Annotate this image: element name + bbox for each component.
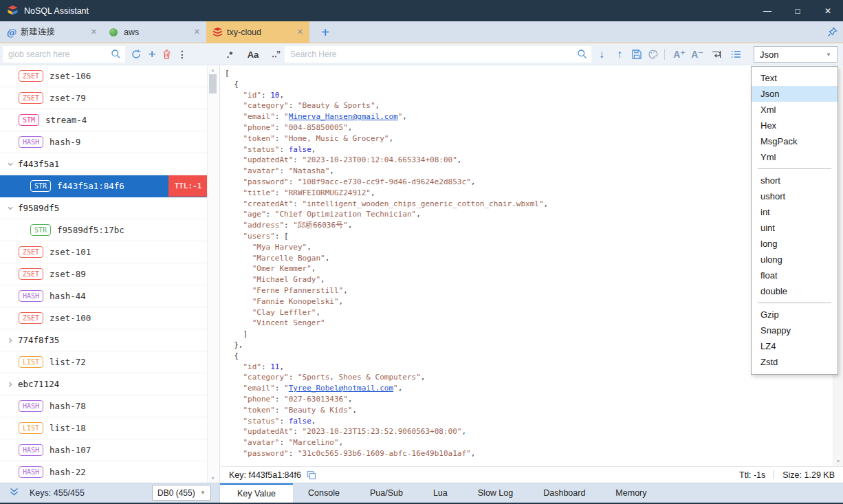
connection-tab-新建连接[interactable]: @新建连接✕ xyxy=(0,21,103,43)
close-tab-icon[interactable]: ✕ xyxy=(194,28,200,36)
format-option-short[interactable]: short xyxy=(752,173,837,188)
sidebar-key-zset-79[interactable]: ZSETzset-79 xyxy=(0,87,208,109)
sidebar-key-zset-106[interactable]: ZSETzset-106 xyxy=(0,65,208,87)
sidebar-key-list-18[interactable]: LISTlist-18 xyxy=(0,417,208,439)
sidebar-key-zset-100[interactable]: ZSETzset-100 xyxy=(0,307,208,329)
json-line: "Clay Leffler", xyxy=(225,307,833,318)
format-option-int[interactable]: int xyxy=(752,204,837,220)
word-wrap-icon[interactable] xyxy=(708,46,725,63)
sidebar-scrollbar[interactable]: ▲ ▼ xyxy=(207,65,218,483)
view-tab-pua-sub[interactable]: Pua/Sub xyxy=(355,483,418,503)
chevron-right-icon[interactable] xyxy=(7,381,18,388)
email-link[interactable]: Tyree_Robel@hotmail.com xyxy=(289,384,393,393)
scroll-down-icon[interactable]: ▼ xyxy=(833,459,843,463)
minimize-icon[interactable]: — xyxy=(752,0,782,21)
email-link[interactable]: Minerva_Hansen@gmail.com xyxy=(289,112,398,121)
view-tab-lua[interactable]: Lua xyxy=(418,483,463,503)
format-option-long[interactable]: long xyxy=(752,236,837,252)
db-select[interactable]: DB0 (455) ▼ xyxy=(152,485,211,501)
scroll-down-icon[interactable]: ▼ xyxy=(208,476,218,481)
json-viewer[interactable]: [ { "id": 10, "category": "Beauty & Spor… xyxy=(221,65,833,466)
sidebar-key-hash-22[interactable]: HASHhash-22 xyxy=(0,461,208,483)
sidebar-group-f443f5a1[interactable]: f443f5a1 xyxy=(0,153,208,175)
json-line: "status": false, xyxy=(225,416,833,427)
connection-tab-txy-cloud[interactable]: txy-cloud✕ xyxy=(206,21,309,43)
sidebar-key-hash-44[interactable]: HASHhash-44 xyxy=(0,285,208,307)
view-tab-console[interactable]: Console xyxy=(293,483,355,503)
close-tab-icon[interactable]: ✕ xyxy=(297,28,303,36)
redis-icon xyxy=(212,28,225,37)
view-tab-key-value[interactable]: Key Value xyxy=(220,483,293,503)
type-badge: HASH xyxy=(19,400,43,412)
type-badge: ZSET xyxy=(19,92,43,104)
chevron-right-icon[interactable] xyxy=(7,337,18,344)
whole-word-icon[interactable]: ‥” xyxy=(267,46,284,63)
format-option-yml[interactable]: Yml xyxy=(752,149,837,165)
scroll-up-icon[interactable]: ▲ xyxy=(208,67,218,72)
format-option-uint[interactable]: uint xyxy=(752,220,837,236)
key-search-input[interactable] xyxy=(3,46,125,63)
sidebar-key-f9589df5:17bc[interactable]: STRf9589df5:17bc xyxy=(0,219,208,241)
format-option-zstd[interactable]: Zstd xyxy=(752,354,837,370)
format-option-ushort[interactable]: ushort xyxy=(752,188,837,204)
close-tab-icon[interactable]: ✕ xyxy=(91,28,97,36)
sidebar-key-zset-89[interactable]: ZSETzset-89 xyxy=(0,263,208,285)
close-icon[interactable]: ✕ xyxy=(813,0,843,21)
view-tab-memory[interactable]: Memory xyxy=(600,483,661,503)
format-option-snappy[interactable]: Snappy xyxy=(752,322,837,338)
copy-icon[interactable] xyxy=(307,470,316,480)
pin-icon[interactable] xyxy=(827,27,837,40)
scrollbar-thumb[interactable] xyxy=(209,74,217,94)
format-option-msgpack[interactable]: MsgPack xyxy=(752,133,837,149)
json-line: "avatar": "Marcelino", xyxy=(225,437,833,448)
json-line: [ xyxy=(225,68,833,79)
save-icon[interactable] xyxy=(628,46,645,63)
refresh-icon[interactable] xyxy=(128,46,144,63)
connection-tab-label: 新建连接 xyxy=(21,26,55,38)
key-label: f443f5a1:84f6 xyxy=(57,181,124,191)
theme-palette-icon[interactable] xyxy=(645,46,661,63)
sidebar-key-stream-4[interactable]: STMstream-4 xyxy=(0,109,208,131)
new-tab-button[interactable]: + xyxy=(309,21,341,43)
match-case-icon[interactable]: Aa xyxy=(245,46,261,63)
key-list: ZSETzset-106ZSETzset-79STMstream-4HASHha… xyxy=(0,65,208,483)
search-icon[interactable] xyxy=(577,49,587,62)
search-icon[interactable] xyxy=(111,49,121,62)
format-option-text[interactable]: Text xyxy=(752,70,837,86)
format-option-float[interactable]: float xyxy=(752,267,837,283)
sidebar-group-ebc71124[interactable]: ebc71124 xyxy=(0,373,208,395)
collapse-all-icon[interactable] xyxy=(8,486,20,500)
sidebar-key-list-72[interactable]: LISTlist-72 xyxy=(0,351,208,373)
connection-tab-aws[interactable]: aws✕ xyxy=(103,21,206,43)
chevron-down-icon[interactable] xyxy=(7,205,18,212)
font-decrease-icon[interactable]: A⁻ xyxy=(689,46,705,63)
format-option-hex[interactable]: Hex xyxy=(752,118,837,133)
view-tab-slow-log[interactable]: Slow Log xyxy=(463,483,528,503)
format-option-xml[interactable]: Xml xyxy=(752,102,837,118)
value-search-input[interactable] xyxy=(285,46,591,63)
sidebar-key-zset-101[interactable]: ZSETzset-101 xyxy=(0,241,208,263)
format-select[interactable]: Json ▼ xyxy=(754,46,837,63)
sidebar-group-f9589df5[interactable]: f9589df5 xyxy=(0,197,208,219)
sidebar-key-hash-107[interactable]: HASHhash-107 xyxy=(0,439,208,461)
format-option-double[interactable]: double xyxy=(752,283,837,299)
delete-key-icon[interactable] xyxy=(158,46,175,63)
outline-list-icon[interactable] xyxy=(727,46,744,63)
format-option-json[interactable]: Json xyxy=(752,86,837,102)
font-increase-icon[interactable]: A⁺ xyxy=(671,46,688,63)
regex-toggle-icon[interactable]: .* xyxy=(221,46,238,63)
chevron-down-icon[interactable] xyxy=(7,161,18,168)
sidebar-key-hash-78[interactable]: HASHhash-78 xyxy=(0,395,208,417)
find-next-icon[interactable]: ↓ xyxy=(593,46,610,63)
format-option-lz4[interactable]: LZ4 xyxy=(752,338,837,354)
format-option-ulong[interactable]: ulong xyxy=(752,252,837,267)
sidebar-key-hash-9[interactable]: HASHhash-9 xyxy=(0,131,208,153)
find-previous-icon[interactable]: ↑ xyxy=(611,46,628,63)
format-option-gzip[interactable]: Gzip xyxy=(752,307,837,322)
maximize-icon[interactable]: □ xyxy=(782,0,813,21)
titlebar: NoSQL Assistant — □ ✕ xyxy=(0,0,843,21)
more-options-icon[interactable]: ⋮ xyxy=(174,46,190,63)
view-tab-dashboard[interactable]: Dashboard xyxy=(528,483,600,503)
sidebar-key-f443f5a1:84f6[interactable]: STRf443f5a1:84f6TTL:-1 xyxy=(0,175,208,197)
sidebar-group-774f8f35[interactable]: 774f8f35 xyxy=(0,329,208,351)
